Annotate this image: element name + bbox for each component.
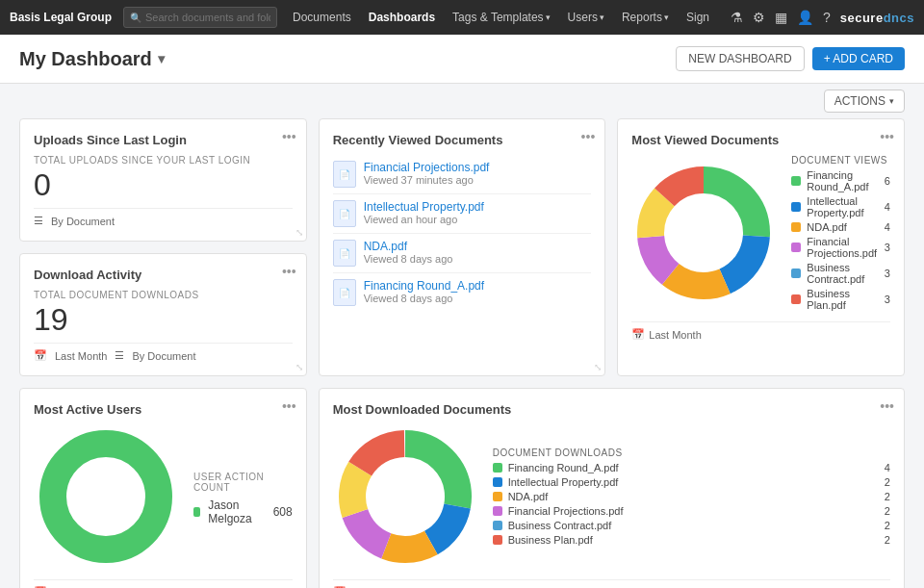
- most-active-donut-chart: [34, 424, 178, 569]
- question-icon[interactable]: ?: [823, 10, 831, 25]
- most-active-donut-wrap: [34, 424, 178, 572]
- doc-time-0: Viewed 37 minutes ago: [364, 174, 490, 186]
- brand-name[interactable]: Basis Legal Group: [10, 11, 112, 24]
- doc-item-3: 📄 Financing Round_A.pdf Viewed 8 days ag…: [333, 273, 592, 312]
- actions-bar: ACTIONS: [0, 84, 924, 118]
- legend-count-md-4: 2: [885, 520, 890, 531]
- legend-dot-mv-3: [791, 243, 801, 252]
- download-period-icon: 📅: [34, 349, 47, 362]
- legend-count-md-5: 2: [885, 534, 890, 546]
- doc-item-2: 📄 NDA.pdf Viewed 8 days ago: [333, 234, 592, 273]
- search-input[interactable]: [145, 12, 270, 23]
- most-active-chart-label: USER ACTION COUNT: [193, 472, 293, 493]
- legend-item-md-5: Business Plan.pdf 2: [493, 534, 890, 546]
- doc-name-0[interactable]: Financial Projections.pdf: [364, 161, 490, 174]
- legend-dot-md-1: [493, 477, 502, 487]
- uploads-stat-value: 0: [34, 169, 293, 200]
- doc-icon-3: 📄: [333, 279, 356, 306]
- most-viewed-card: Most Viewed Documents ••• DOCUMENT: [617, 118, 905, 376]
- most-active-user-name: Jason Melgoza: [208, 499, 265, 525]
- most-downloaded-donut-wrap: [333, 424, 477, 572]
- actions-button[interactable]: ACTIONS: [824, 89, 905, 113]
- navbar: Basis Legal Group 🔍 Documents Dashboards…: [0, 0, 924, 35]
- uploads-card-menu[interactable]: •••: [282, 129, 296, 144]
- gear-icon[interactable]: ⚙: [753, 10, 765, 25]
- doc-icon-0: 📄: [333, 161, 356, 188]
- legend-item-md-0: Financing Round_A.pdf 4: [493, 462, 890, 473]
- download-filter-label[interactable]: By Document: [132, 350, 195, 362]
- most-viewed-donut-chart: [631, 161, 776, 305]
- user-icon[interactable]: 👤: [797, 10, 813, 25]
- search-icon: 🔍: [130, 13, 141, 23]
- download-period-label[interactable]: Last Month: [55, 350, 107, 362]
- legend-count-mv-5: 3: [885, 294, 890, 305]
- nav-sign[interactable]: Sign: [679, 7, 717, 28]
- legend-item-md-3: Financial Projections.pdf 2: [493, 505, 890, 517]
- legend-item-md-1: Intellectual Property.pdf 2: [493, 476, 890, 488]
- legend-count-mv-1: 4: [885, 201, 890, 213]
- doc-icon-2: 📄: [333, 240, 356, 267]
- doc-name-1[interactable]: Intellectual Property.pdf: [364, 200, 484, 214]
- flask-icon[interactable]: ⚗: [731, 10, 743, 25]
- legend-dot-md-4: [493, 521, 502, 530]
- doc-name-2[interactable]: NDA.pdf: [364, 240, 453, 253]
- most-viewed-title: Most Viewed Documents: [631, 133, 890, 147]
- most-active-user-count: 608: [273, 505, 293, 519]
- new-dashboard-button[interactable]: NEW DASHBOARD: [676, 46, 804, 71]
- page-title-dropdown-icon[interactable]: ▾: [158, 51, 165, 66]
- left-top-stack: Uploads Since Last Login ••• TOTAL UPLOA…: [19, 118, 307, 376]
- grid-icon[interactable]: ▦: [775, 10, 787, 25]
- uploads-resize-handle[interactable]: ⤡: [295, 227, 303, 238]
- download-card-title: Download Activity: [34, 268, 293, 282]
- most-downloaded-menu[interactable]: •••: [880, 398, 894, 414]
- doc-time-2: Viewed 8 days ago: [364, 253, 453, 265]
- legend-dot-mv-0: [791, 176, 801, 186]
- most-viewed-menu[interactable]: •••: [880, 129, 894, 144]
- most-viewed-legend: DOCUMENT VIEWS Financing Round_A.pdf 6 I…: [791, 155, 890, 314]
- recently-viewed-card: Recently Viewed Documents ••• 📄 Financia…: [319, 118, 606, 376]
- legend-item-mv-5: Business Plan.pdf 3: [791, 288, 890, 311]
- legend-name-mv-1: Intellectual Property.pdf: [807, 195, 879, 218]
- legend-name-md-2: NDA.pdf: [508, 491, 879, 502]
- doc-info-1: Intellectual Property.pdf Viewed an hour…: [364, 200, 484, 225]
- legend-name-mv-2: NDA.pdf: [807, 221, 879, 233]
- recently-viewed-title: Recently Viewed Documents: [333, 133, 592, 147]
- uploads-stat-label: TOTAL UPLOADS SINCE YOUR LAST LOGIN: [34, 155, 293, 166]
- svg-point-15: [374, 466, 436, 527]
- search-bar[interactable]: 🔍: [123, 7, 277, 28]
- legend-name-mv-5: Business Plan.pdf: [807, 288, 879, 311]
- add-card-button[interactable]: + ADD CARD: [812, 47, 905, 70]
- nav-users[interactable]: Users: [560, 7, 612, 28]
- most-active-title: Most Active Users: [34, 402, 293, 417]
- most-active-menu[interactable]: •••: [282, 398, 296, 414]
- nav-dashboards[interactable]: Dashboards: [361, 7, 443, 28]
- legend-name-mv-3: Financial Projections.pdf: [807, 236, 879, 259]
- legend-dot-md-2: [493, 492, 502, 501]
- nav-reports[interactable]: Reports: [614, 7, 677, 28]
- nav-tags-templates[interactable]: Tags & Templates: [445, 7, 558, 28]
- uploads-card: Uploads Since Last Login ••• TOTAL UPLOA…: [19, 118, 307, 242]
- download-filter-icon: ☰: [115, 349, 124, 362]
- nav-links: Documents Dashboards Tags & Templates Us…: [285, 7, 723, 28]
- most-active-content: USER ACTION COUNT Jason Melgoza 608: [34, 424, 293, 572]
- legend-item-md-4: Business Contract.pdf 2: [493, 520, 890, 531]
- legend-item-mv-4: Business Contract.pdf 3: [791, 262, 890, 285]
- doc-name-3[interactable]: Financing Round_A.pdf: [364, 279, 484, 293]
- navbar-right: ⚗ ⚙ ▦ 👤 ? securedncs: [731, 10, 914, 25]
- uploads-filter-label[interactable]: By Document: [51, 216, 115, 227]
- doc-item-0: 📄 Financial Projections.pdf Viewed 37 mi…: [333, 155, 592, 194]
- download-card-menu[interactable]: •••: [282, 264, 296, 279]
- most-downloaded-legend-label: DOCUMENT DOWNLOADS: [493, 447, 890, 458]
- legend-dot-mv-5: [791, 294, 801, 304]
- legend-name-md-1: Intellectual Property.pdf: [508, 476, 879, 488]
- nav-documents[interactable]: Documents: [285, 7, 359, 28]
- legend-count-mv-2: 4: [885, 221, 890, 233]
- most-active-user-row: Jason Melgoza 608: [193, 499, 293, 525]
- recently-viewed-menu[interactable]: •••: [581, 129, 596, 144]
- most-active-legend: USER ACTION COUNT Jason Melgoza 608: [193, 472, 293, 525]
- legend-item-mv-0: Financing Round_A.pdf 6: [791, 169, 890, 192]
- legend-count-mv-3: 3: [885, 242, 890, 253]
- recently-viewed-resize[interactable]: ⤡: [594, 362, 602, 372]
- legend-item-md-2: NDA.pdf 2: [493, 491, 890, 502]
- download-resize-handle[interactable]: ⤡: [295, 362, 303, 372]
